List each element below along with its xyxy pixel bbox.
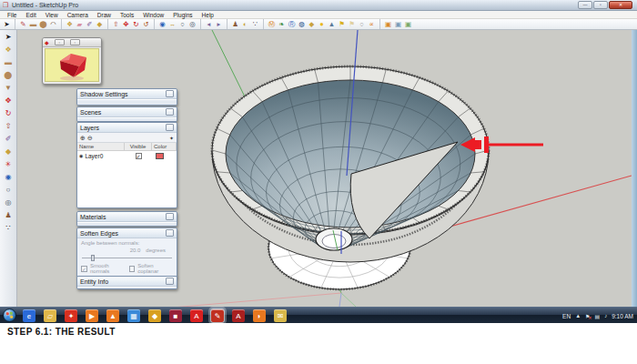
mail-icon[interactable]: ✉ (274, 309, 287, 322)
ruby-window-titlebar[interactable]: ◆ ▫ ▫ (43, 38, 101, 47)
green-box-icon[interactable]: ▣ (403, 19, 413, 29)
position-camera-icon[interactable]: ♟ (3, 209, 15, 221)
zoom-extents-icon[interactable]: ◎ (3, 197, 15, 208)
slider-thumb[interactable] (91, 255, 95, 261)
language-indicator[interactable]: EN (562, 313, 571, 319)
position-camera-icon[interactable]: ♟ (230, 19, 240, 29)
push-pull-icon[interactable]: ⇧ (111, 19, 121, 29)
menu-item[interactable]: Draw (93, 12, 116, 18)
rotate-tool-icon[interactable]: ↻ (131, 19, 141, 29)
materials-titlebar[interactable]: Materials (77, 212, 177, 222)
sphere-icon[interactable]: ○ (357, 19, 367, 29)
menu-item[interactable]: Window (138, 12, 168, 18)
rectangle-tool-icon[interactable]: ▬ (3, 56, 15, 68)
pdf-reader-icon[interactable]: A (190, 309, 203, 322)
rotate-tool-icon[interactable]: ↻ (3, 107, 15, 119)
leaf-badge-icon[interactable]: ❧ (277, 19, 287, 29)
zoom-tool-icon[interactable]: ○ (177, 19, 187, 29)
autocad-icon[interactable]: A (232, 309, 245, 322)
tag-badge-icon[interactable]: ◆ (307, 19, 317, 29)
soften-coplanar-checkbox[interactable] (129, 266, 135, 272)
browser-e-icon[interactable]: e (23, 309, 35, 322)
scenes-titlebar[interactable]: Scenes (77, 107, 177, 117)
eraser-tool-icon[interactable]: ▰ (75, 19, 85, 29)
current-layer-radio[interactable]: ◉ (79, 153, 83, 158)
clock[interactable]: 9:10 AM (612, 313, 633, 319)
shadow-settings-titlebar[interactable]: Shadow Settings (77, 89, 177, 99)
fish-icon[interactable]: ∝ (367, 19, 377, 29)
column-visible[interactable]: Visible (125, 143, 152, 150)
orbit-tool-icon[interactable]: ◉ (157, 19, 167, 29)
network-icon[interactable]: ▤ (594, 313, 600, 319)
action-center-flag-icon[interactable]: ⚑✕ (585, 313, 590, 319)
photo-viewer-icon[interactable]: ▦ (127, 309, 140, 322)
flag-cream-icon[interactable]: ⚑ (347, 19, 357, 29)
show-hidden-icons[interactable]: ▲ (575, 313, 581, 318)
orange-box-icon[interactable]: ▣ (383, 19, 393, 29)
paint-bucket-icon[interactable]: ◆ (95, 19, 105, 29)
circle-tool-icon[interactable]: ⬤ (3, 69, 15, 81)
m-badge-icon[interactable]: Ⓜ (267, 19, 277, 29)
flag-yellow-icon[interactable]: ⚑ (337, 19, 347, 29)
menu-item[interactable]: Camera (63, 12, 93, 18)
sun-ball-icon[interactable]: ● (317, 19, 327, 29)
axes-tool-icon[interactable]: ✳ (3, 158, 15, 170)
tape-measure-icon[interactable]: ✐ (3, 133, 15, 145)
offset-tool-icon[interactable]: ↺ (141, 19, 151, 29)
next-view-icon[interactable]: ▸ (214, 19, 224, 29)
zoom-extents-icon[interactable]: ◎ (187, 19, 197, 29)
winamp-icon[interactable]: ✦ (65, 309, 77, 322)
layer-color-swatch[interactable] (156, 153, 164, 159)
select-tool-icon[interactable]: ➤ (2, 19, 12, 29)
minimize-button[interactable]: — (578, 1, 592, 9)
folder-icon[interactable]: ▱ (44, 309, 56, 322)
close-button[interactable]: ✕ (609, 1, 632, 9)
select-tool-icon[interactable]: ➤ (3, 31, 15, 43)
column-color[interactable]: Color (152, 143, 177, 150)
tape-measure-icon[interactable]: ✐ (85, 19, 95, 29)
office-icon[interactable]: ◆ (148, 309, 161, 322)
rectangle-tool-icon[interactable]: ▬ (28, 19, 38, 29)
layer-details-button[interactable]: ✦ (169, 135, 174, 141)
globe-badge-icon[interactable]: ◍ (297, 19, 307, 29)
collapse-button[interactable] (166, 108, 174, 116)
previous-view-icon[interactable]: ◂ (204, 19, 214, 29)
soften-edges-titlebar[interactable]: Soften Edges (77, 228, 177, 238)
arc-tool-icon[interactable]: ◠ (48, 19, 58, 29)
paint-bucket-icon[interactable]: ◆ (3, 146, 15, 157)
vlc-cone-icon[interactable]: ▲ (106, 309, 119, 322)
push-pull-icon[interactable]: ⇧ (3, 120, 15, 132)
start-button[interactable] (3, 308, 16, 322)
collapse-button[interactable] (166, 90, 174, 97)
entity-info-titlebar[interactable]: Entity Info (77, 277, 177, 287)
menu-item[interactable]: File (3, 12, 21, 18)
sketchup-taskbar-icon[interactable]: ✎ (211, 309, 224, 322)
line-tool-icon[interactable]: ✎ (18, 19, 28, 29)
collapse-button[interactable] (166, 124, 174, 131)
make-component-icon[interactable]: ❖ (3, 44, 15, 56)
menu-item[interactable]: View (41, 12, 63, 18)
collapse-button[interactable] (166, 278, 174, 285)
menu-item[interactable]: Tools (116, 12, 138, 18)
ruby-restore-button[interactable]: ▫ (55, 39, 65, 46)
menu-item[interactable]: Edit (21, 12, 40, 18)
zoom-tool-icon[interactable]: ○ (3, 184, 15, 196)
r-badge-icon[interactable]: Ⓡ (287, 19, 297, 29)
walk-tool-icon[interactable]: ∵ (250, 19, 260, 29)
menu-item[interactable]: Help (197, 12, 218, 18)
layer-visible-checkbox[interactable]: ✓ (136, 153, 142, 159)
ruby-gem-panel[interactable] (45, 48, 99, 82)
circle-tool-icon[interactable]: ⬤ (38, 19, 48, 29)
maximize-button[interactable]: ▫ (593, 1, 608, 9)
collapse-button[interactable] (166, 229, 174, 237)
move-tool-icon[interactable]: ✥ (121, 19, 131, 29)
add-layer-button[interactable]: ⊕ (80, 134, 86, 142)
layer-row[interactable]: ◉ Layer0 ✓ (77, 151, 177, 160)
ruby-close-button[interactable]: ▫ (70, 39, 80, 46)
player-classic-icon[interactable]: ■ (169, 309, 182, 322)
remove-layer-button[interactable]: ⊖ (87, 134, 93, 142)
volume-icon[interactable]: ♪ (604, 313, 607, 318)
pan-tool-icon[interactable]: ↔ (167, 19, 177, 29)
make-component-icon[interactable]: ❖ (65, 19, 75, 29)
menu-item[interactable]: Plugins (168, 12, 197, 18)
